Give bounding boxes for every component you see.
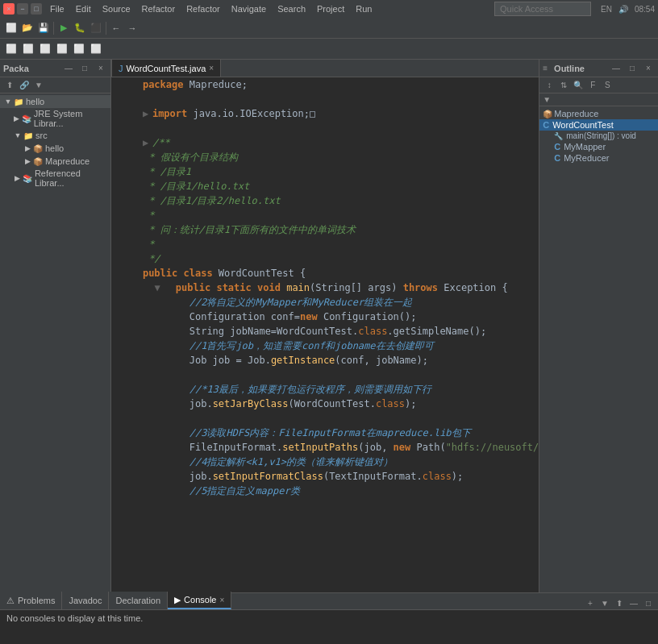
line-content-jd8: * [140,237,539,251]
folder-icon-hello: 📁 [13,96,24,107]
outline-item-wordcounttest[interactable]: C WordCountTest [539,119,658,131]
tree-item-hello-pkg[interactable]: ▶ 📦 hello [0,142,110,155]
view-menu-button[interactable]: ▼ [32,79,45,92]
menu-refactor1[interactable]: Refactor [137,3,181,15]
tree-arrow-hello-pkg: ▶ [23,143,32,153]
toolbar2-btn4[interactable]: ⬜ [54,41,70,57]
tab-javadoc[interactable]: Javadoc [62,592,109,609]
run-button[interactable]: ▶ [56,20,72,36]
toolbar2-btn1[interactable]: ⬜ [3,41,19,57]
save-button[interactable]: 💾 [35,20,52,36]
outline-item-mymapper[interactable]: C MyMapper [539,141,658,152]
outline-content: 📦 Mapreduce C WordCountTest 🔧 main(Strin… [539,106,658,592]
outline-item-main[interactable]: 🔧 main(String[]) : void [539,131,658,141]
line-content-job: Job job = Job.getInstance(conf, jobName)… [140,353,539,368]
line-content-c6: //5指定自定义mapper类 [140,484,539,498]
toolbar2-btn6[interactable]: ⬜ [88,41,104,57]
line-num-job [111,353,140,368]
menu-navigate[interactable]: Navigate [227,3,271,15]
library-icon-ref: 📚 [22,172,33,184]
menu-source[interactable]: Source [98,3,135,15]
console-max-button[interactable]: □ [642,596,655,609]
code-line-c6: //5指定自定义mapper类 [111,484,539,498]
outline-hide-fields-btn[interactable]: F [586,79,599,92]
code-line-jd8: * [111,237,539,251]
tab-declaration[interactable]: Declaration [109,592,168,609]
outline-collapse-btn[interactable]: ↕ [543,79,556,92]
outline-filter-btn[interactable]: 🔍 [572,79,585,92]
line-num-jd5 [111,193,140,208]
toolbar2-btn5[interactable]: ⬜ [71,41,87,57]
line-content-main: ▼ public static void main(String[] args)… [140,280,539,295]
line-num-import [111,106,140,121]
tree-item-jre[interactable]: ▶ 📚 JRE System Librar... [0,108,110,129]
line-num-jd7 [111,222,140,237]
problems-icon: ⚠ [6,596,15,606]
console-display-button[interactable]: ▼ [598,596,611,609]
code-line-jobname: String jobName=WordCountTest.class.getSi… [111,324,539,339]
tree-item-src[interactable]: ▼ 📁 src [0,129,110,142]
line-content-c3: //*13最后，如果要打包运行改程序，则需要调用如下行 [140,382,539,397]
tree-item-mapreduce-pkg[interactable]: ▶ 📦 Mapreduce [0,155,110,168]
outline-panel: ≡ Outline — □ × ↕ ⇅ 🔍 F S ▼ 📦 Mapreduce … [539,60,658,592]
tab-label: WordCountTest.java [126,64,206,73]
line-num-jd4 [111,179,140,193]
package-icon-hello: 📦 [32,143,44,154]
open-button[interactable]: 📂 [19,20,35,36]
editor-content[interactable]: package Mapreduce; ▶import java.io.IOExc… [111,77,539,592]
console-close-button[interactable]: × [219,596,224,605]
code-line-c5: //4指定解析<k1,v1>的类（谁来解析键值对） [111,455,539,469]
line-num-jd8 [111,237,140,251]
tab-problems[interactable]: ⚠ Problems [0,592,62,609]
outline-hide-static-btn[interactable]: S [601,79,614,92]
line-num-jobname [111,324,140,339]
minimize-panel-button[interactable]: — [62,62,75,75]
back-button[interactable]: ← [108,20,124,36]
outline-close-button[interactable]: × [642,62,655,75]
tab-console[interactable]: ▶ Console × [168,592,231,609]
outline-item-mapreduce[interactable]: 📦 Mapreduce [539,108,658,119]
forward-button[interactable]: → [124,20,140,36]
console-export-button[interactable]: ⬆ [613,596,626,609]
toolbar2-btn2[interactable]: ⬜ [20,41,36,57]
maximize-button[interactable]: □ [31,3,42,15]
code-line-jd1: ▶/** [111,135,539,150]
stop-button[interactable]: ⬛ [88,20,104,36]
menu-project[interactable]: Project [312,3,349,15]
tab-close-button[interactable]: × [209,64,214,73]
close-panel-button[interactable]: × [94,62,107,75]
outline-sort-btn[interactable]: ⇅ [557,79,570,92]
package-icon: 📦 [543,110,552,118]
line-num-tif [111,469,140,484]
tree-item-reflibrary[interactable]: ▶ 📚 Referenced Librar... [0,168,110,189]
outline-max-button[interactable]: □ [626,62,639,75]
tree-item-hello[interactable]: ▼ 📁 hello [0,95,110,108]
menu-file[interactable]: File [45,3,69,15]
close-button[interactable]: × [3,3,15,15]
console-min-button[interactable]: — [627,596,640,609]
line-content-jd3: * /目录1 [140,164,539,179]
editor-tab-wordcounttest[interactable]: J WordCountTest.java × [111,59,221,77]
outline-item-myreducer[interactable]: C MyReducer [539,152,658,164]
window-controls[interactable]: × − □ [3,3,42,15]
outline-toolbar: ↕ ⇅ 🔍 F S [539,77,658,93]
console-new-button[interactable]: + [584,596,597,609]
menu-search[interactable]: Search [273,3,310,15]
line-num-conf [111,310,140,324]
toolbar2-btn3[interactable]: ⬜ [37,41,53,57]
menu-refactor2[interactable]: Refactor [181,3,225,15]
outline-label-mymapper: MyMapper [564,142,606,152]
outline-min-button[interactable]: — [610,62,623,75]
new-button[interactable]: ⬜ [3,20,19,36]
minimize-button[interactable]: − [17,3,28,15]
menu-run[interactable]: Run [351,3,377,15]
code-line-c4: //3读取HDFS内容：FileInputFormat在mapreduce.li… [111,426,539,440]
collapse-all-button[interactable]: ⬆ [3,79,16,92]
debug-button[interactable]: 🐛 [72,20,88,36]
maximize-panel-button[interactable]: □ [78,62,91,75]
line-content-jd4: * /目录1/hello.txt [140,179,539,193]
quick-access-input[interactable] [494,2,591,16]
menu-edit[interactable]: Edit [71,3,96,15]
link-editor-button[interactable]: 🔗 [18,79,31,92]
title-bar: × − □ File Edit Source Refactor Refactor… [0,0,658,18]
